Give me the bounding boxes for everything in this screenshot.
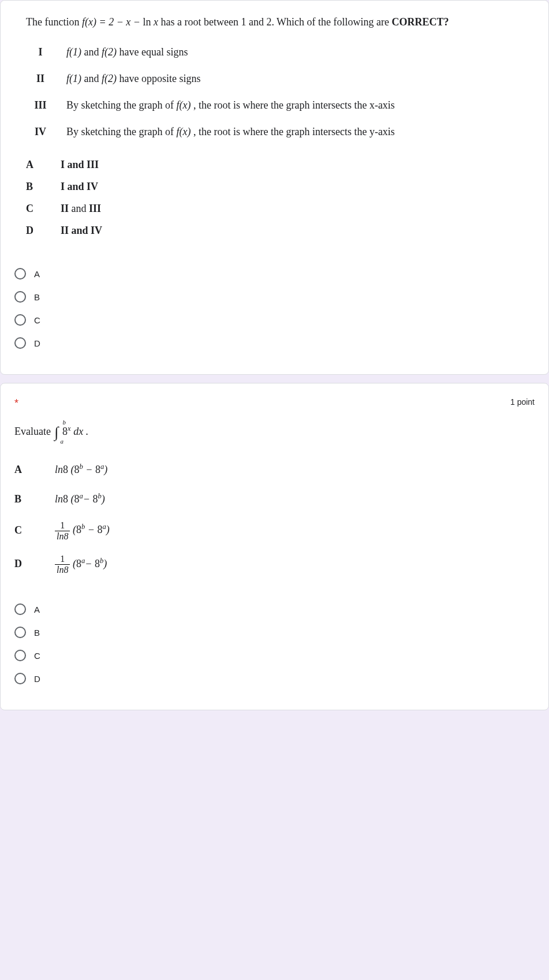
radio-icon [14, 603, 26, 615]
statement-text: By sketching the graph of f(x) , the roo… [66, 98, 523, 114]
statement-row: I f(1) and f(2) have equal signs [26, 44, 523, 61]
option-label: D [34, 674, 40, 684]
option-label: D [34, 338, 40, 348]
stmt-mid: and [84, 73, 102, 84]
question-1-text: The function f(x) = 2 − x − ln x has a r… [14, 14, 535, 31]
p2-base: 8 [95, 558, 100, 569]
option-b[interactable]: B [14, 627, 535, 638]
statement-text: f(1) and f(2) have opposite signs [66, 71, 523, 87]
frac-num: 1 [55, 520, 70, 531]
radio-icon [14, 268, 26, 280]
integral-upper: b [62, 418, 66, 427]
answer-key-list: A I and III B I and IV C II and III D II… [14, 157, 535, 239]
required-asterisk: * [14, 397, 18, 409]
answer-text-bold: I and IV [61, 181, 98, 192]
f1-expr: f(1) [66, 73, 81, 84]
answer-text: II and III [61, 201, 523, 217]
option-label: A [34, 269, 40, 279]
radio-option-list-2: A B C D [14, 603, 535, 684]
statement-number: III [26, 98, 66, 114]
answer-letter: A [14, 462, 55, 478]
statement-list: I f(1) and f(2) have equal signs II f(1)… [14, 44, 535, 140]
option-label: B [34, 292, 40, 302]
answer-key-row: C II and III [26, 201, 523, 217]
answer-key-row: B I and IV [26, 179, 523, 195]
answer-letter: D [26, 223, 61, 239]
f2-expr: f(2) [102, 73, 117, 84]
answer-letter: D [14, 556, 55, 572]
frac-den: ln8 [55, 565, 70, 575]
p2-exp: b [98, 492, 101, 500]
option-a[interactable]: A [14, 268, 535, 280]
answer-expr: ln8 (8b − 8a) [55, 461, 107, 478]
minus: − [85, 524, 97, 535]
answer-text-bold: I and III [61, 159, 99, 170]
f1-expr: f(1) [66, 46, 81, 58]
stmt-post: have opposite signs [119, 73, 201, 84]
q2-answer-row: C 1 ln8 (8b − 8a) [14, 520, 535, 541]
f2-expr: f(2) [102, 46, 117, 58]
p2-exp: a [100, 463, 104, 471]
answer-text-bold: II and IV [61, 225, 102, 236]
answer-key-row: D II and IV [26, 223, 523, 239]
question-header: * 1 point [14, 397, 535, 409]
question-card-2: * 1 point Evaluate ∫ b a 8x dx . A ln8 (… [0, 383, 549, 710]
answer-letter: B [14, 491, 55, 508]
q2-answer-list: A ln8 (8b − 8a) B ln8 (8a− 8b) C 1 ln8 [14, 461, 535, 575]
stmt-pre: By sketching the graph of [66, 99, 176, 111]
option-b[interactable]: B [14, 291, 535, 303]
answer-letter: C [14, 523, 55, 539]
statement-row: IV By sketching the graph of f(x) , the … [26, 124, 523, 140]
question-2-body: Evaluate ∫ b a 8x dx . A ln8 (8b − 8a) B… [14, 421, 535, 575]
answer-text: II and IV [61, 223, 523, 239]
p1-base: 8 [76, 558, 81, 569]
answer-text: I and IV [61, 179, 523, 195]
radio-icon [14, 314, 26, 326]
answer-letter: B [26, 179, 61, 195]
radio-icon [14, 650, 26, 661]
radio-icon [14, 627, 26, 638]
option-label: C [34, 315, 40, 325]
statement-number: IV [26, 124, 66, 140]
answer-expr: 1 ln8 (8b − 8a) [55, 520, 110, 541]
p1-base: 8 [74, 493, 80, 505]
integral-lower: a [60, 437, 64, 446]
option-d[interactable]: D [14, 673, 535, 684]
statement-number: II [26, 71, 66, 87]
stmt-post: , the root is where the graph intersects… [193, 99, 395, 111]
option-label: C [34, 651, 40, 661]
radio-option-list-1: A B C D [14, 268, 535, 349]
option-label: A [34, 605, 40, 614]
minus: − [85, 558, 95, 569]
ln-text: ln [55, 464, 63, 475]
integrand: 8x [62, 426, 73, 437]
option-c[interactable]: C [14, 650, 535, 661]
p2-base: 8 [95, 464, 100, 475]
radio-icon [14, 291, 26, 303]
stmt-pre: By sketching the graph of [66, 126, 176, 137]
stmt-post: have equal signs [119, 46, 188, 58]
integrand-base: 8 [62, 426, 68, 437]
fraction: 1 ln8 [55, 554, 70, 575]
option-d[interactable]: D [14, 337, 535, 349]
p1-base: 8 [76, 524, 81, 535]
p2-exp: b [100, 557, 103, 565]
option-label: B [34, 628, 40, 638]
minus: − [83, 493, 93, 505]
answer-letter: C [26, 201, 61, 217]
ln-base: 8 [63, 493, 68, 505]
q1-post: has a root between 1 and 2. Which of the… [160, 16, 391, 28]
integral-sign: ∫ b a [54, 421, 58, 444]
q1-correct-word: CORRECT? [392, 16, 449, 28]
ln-text: ln [55, 493, 63, 505]
stmt-post: , the root is where the graph intersects… [193, 126, 395, 137]
option-c[interactable]: C [14, 314, 535, 326]
statement-text: By sketching the graph of f(x) , the roo… [66, 124, 523, 140]
radio-icon [14, 673, 26, 684]
answer-expr: 1 ln8 (8a− 8b) [55, 554, 107, 575]
fraction: 1 ln8 [55, 520, 70, 541]
statement-text: f(1) and f(2) have equal signs [66, 44, 523, 61]
q1-function: f(x) = 2 − x − ln x [82, 16, 160, 28]
q2-answer-row: B ln8 (8a− 8b) [14, 491, 535, 508]
option-a[interactable]: A [14, 603, 535, 615]
